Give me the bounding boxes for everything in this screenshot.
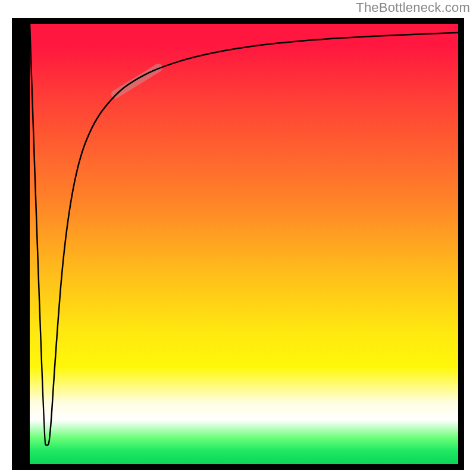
attribution-label: TheBottleneck.com xyxy=(356,0,470,15)
chart-container: TheBottleneck.com xyxy=(0,0,476,476)
curve-layer xyxy=(30,24,458,464)
bottleneck-curve xyxy=(30,24,458,446)
